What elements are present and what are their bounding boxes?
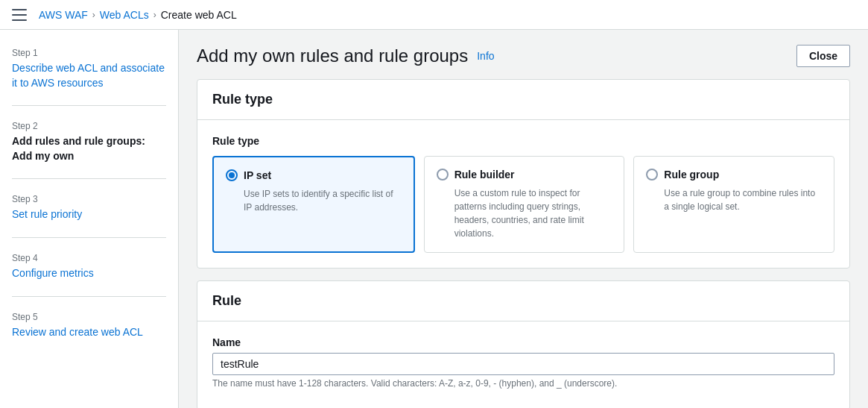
- rule-type-rule-builder-desc: Use a custom rule to inspect for pattern…: [437, 186, 612, 240]
- rule-type-ip-set-desc: Use IP sets to identify a specific list …: [226, 187, 402, 214]
- rule-type-rule-group-name: Rule group: [664, 169, 719, 181]
- rule-type-section-title: Rule type: [212, 92, 834, 107]
- rule-type-rule-group[interactable]: Rule group Use a rule group to combine r…: [633, 156, 834, 253]
- sidebar-step-1[interactable]: Step 1 Describe web ACL and associate it…: [12, 48, 166, 106]
- rule-type-section-header: Rule type: [197, 80, 849, 120]
- sidebar: Step 1 Describe web ACL and associate it…: [0, 30, 179, 408]
- hamburger-menu-button[interactable]: [12, 9, 27, 21]
- rule-section-title: Rule: [212, 293, 834, 309]
- rule-type-rule-group-header: Rule group: [646, 169, 822, 181]
- step-4-label: Step 4: [12, 253, 166, 263]
- rule-section-header: Rule: [197, 281, 849, 321]
- page-title: Add my own rules and rule groups: [197, 45, 468, 66]
- step-5-title: Review and create web ACL: [12, 325, 166, 340]
- name-hint: The name must have 1-128 characters. Val…: [212, 378, 834, 389]
- rule-type-rule-builder[interactable]: Rule builder Use a custom rule to inspec…: [424, 156, 625, 253]
- step-3-label: Step 3: [12, 194, 166, 204]
- rule-type-field-label: Rule type: [212, 135, 834, 147]
- sidebar-step-4[interactable]: Step 4 Configure metrics: [12, 253, 166, 297]
- rule-type-rule-builder-radio: [437, 169, 449, 181]
- breadcrumb-aws-waf[interactable]: AWS WAF: [39, 9, 88, 21]
- step-3-title: Set rule priority: [12, 207, 166, 222]
- sidebar-step-5[interactable]: Step 5 Review and create web ACL: [12, 312, 166, 355]
- sidebar-step-2[interactable]: Step 2 Add rules and rule groups: Add my…: [12, 121, 166, 179]
- breadcrumb-web-acls[interactable]: Web ACLs: [100, 9, 149, 21]
- rule-section: Rule Name The name must have 1-128 chara…: [197, 280, 850, 408]
- sidebar-step-3[interactable]: Step 3 Set rule priority: [12, 194, 166, 238]
- step-1-title: Describe web ACL and associate it to AWS…: [12, 61, 166, 90]
- rule-type-rule-builder-header: Rule builder: [437, 169, 612, 181]
- step-5-label: Step 5: [12, 312, 166, 322]
- rule-type-section: Rule type Rule type IP set Use IP sets t…: [197, 79, 850, 269]
- rule-type-ip-set-header: IP set: [226, 169, 402, 181]
- rule-type-ip-set-name: IP set: [244, 169, 271, 181]
- page-title-row: Add my own rules and rule groups Info: [197, 45, 495, 66]
- close-button[interactable]: Close: [796, 45, 850, 67]
- info-link[interactable]: Info: [477, 50, 494, 62]
- name-input[interactable]: [212, 353, 834, 375]
- rule-type-rule-builder-name: Rule builder: [454, 169, 515, 181]
- breadcrumb-separator-1: ›: [92, 10, 95, 20]
- rule-type-rule-group-radio: [646, 169, 658, 181]
- breadcrumb-current: Create web ACL: [161, 9, 237, 21]
- rule-type-options: IP set Use IP sets to identify a specifi…: [212, 156, 834, 253]
- page-header: Add my own rules and rule groups Info Cl…: [197, 45, 850, 67]
- step-2-title: Add rules and rule groups: Add my own: [12, 134, 166, 163]
- breadcrumb-separator-2: ›: [153, 10, 156, 20]
- rule-type-ip-set-radio: [226, 169, 238, 181]
- rule-section-body: Name The name must have 1-128 characters…: [197, 321, 849, 408]
- step-4-title: Configure metrics: [12, 266, 166, 281]
- rule-type-ip-set[interactable]: IP set Use IP sets to identify a specifi…: [212, 156, 415, 253]
- rule-type-rule-group-desc: Use a rule group to combine rules into a…: [646, 186, 822, 213]
- main-content: Add my own rules and rule groups Info Cl…: [179, 30, 868, 408]
- step-2-label: Step 2: [12, 121, 166, 131]
- breadcrumb: AWS WAF › Web ACLs › Create web ACL: [39, 9, 237, 21]
- top-navigation: AWS WAF › Web ACLs › Create web ACL: [0, 0, 868, 30]
- name-label: Name: [212, 336, 834, 348]
- name-field: Name The name must have 1-128 characters…: [212, 336, 834, 389]
- rule-type-section-body: Rule type IP set Use IP sets to identify…: [197, 120, 849, 268]
- step-1-label: Step 1: [12, 48, 166, 58]
